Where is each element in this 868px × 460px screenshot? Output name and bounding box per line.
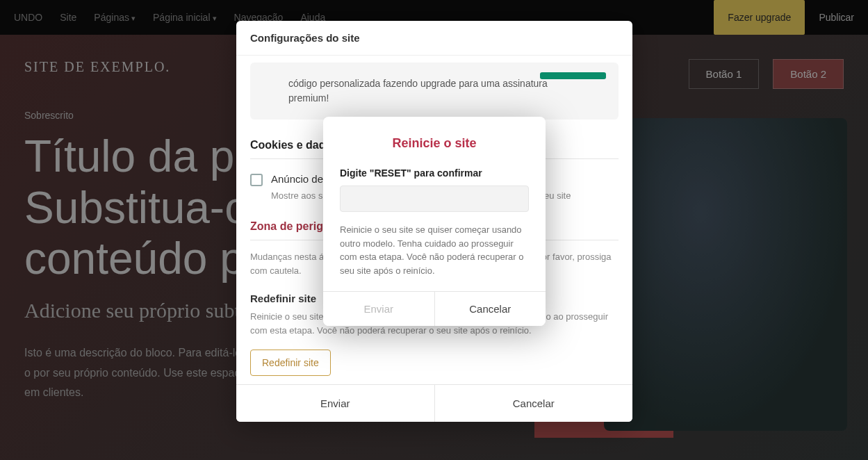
confirm-input-label: Digite "RESET" para confirmar [340,167,529,179]
settings-modal-title: Configurações do site [236,21,632,56]
settings-cancel-button[interactable]: Cancelar [435,385,633,422]
promo-text: código personalizada fazendo upgrade par… [288,78,548,104]
confirm-submit-button[interactable]: Enviar [323,292,435,326]
cookie-notice-checkbox[interactable] [250,174,263,186]
confirm-modal-body: Reinicie o site Digite "RESET" para conf… [323,117,546,291]
confirm-modal-title: Reinicie o site [340,136,529,151]
reset-site-button[interactable]: Redefinir site [250,350,331,376]
confirm-reset-input[interactable] [340,186,529,212]
reset-confirm-modal: Reinicie o site Digite "RESET" para conf… [323,117,546,326]
confirm-modal-footer: Enviar Cancelar [323,291,546,326]
settings-modal-footer: Enviar Cancelar [236,384,632,422]
confirm-modal-desc: Reinicie o seu site se quiser começar us… [340,223,529,277]
upgrade-promo-box: código personalizada fazendo upgrade par… [250,63,619,120]
settings-submit-button[interactable]: Enviar [236,385,435,422]
confirm-cancel-button[interactable]: Cancelar [435,292,546,326]
promo-cta-button[interactable] [540,72,606,79]
